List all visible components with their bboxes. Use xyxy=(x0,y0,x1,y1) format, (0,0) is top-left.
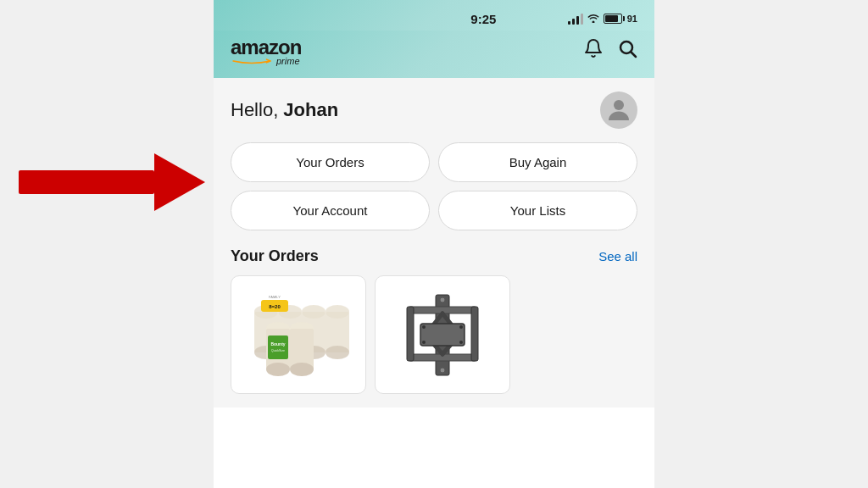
svg-rect-17 xyxy=(268,336,288,359)
arrow-head xyxy=(154,153,205,211)
svg-point-41 xyxy=(440,297,445,302)
status-bar: 9:25 xyxy=(214,0,654,30)
svg-rect-30 xyxy=(407,307,414,361)
battery-level: 91 xyxy=(627,14,637,24)
svg-rect-36 xyxy=(420,324,465,346)
greeting-text: Hello, Johan xyxy=(231,99,338,121)
avatar-icon xyxy=(604,95,634,125)
orders-grid: Bounty QuickSize 8=20 FAMILY xyxy=(231,275,637,394)
hello-label: Hello, xyxy=(231,99,283,120)
header-icons xyxy=(583,38,637,64)
svg-text:Bounty: Bounty xyxy=(270,341,285,347)
status-icons: 91 xyxy=(568,12,637,25)
svg-point-39 xyxy=(422,341,426,344)
amazon-logo: amazon prime xyxy=(231,36,301,66)
battery-icon: 91 xyxy=(604,14,637,24)
svg-point-42 xyxy=(440,368,445,373)
app-header: amazon prime xyxy=(214,30,654,78)
bounty-product-image: Bounty QuickSize 8=20 FAMILY xyxy=(248,288,349,381)
phone-frame: 9:25 xyxy=(214,0,654,488)
orders-header: Your Orders See all xyxy=(231,247,637,265)
search-icon[interactable] xyxy=(617,38,637,64)
svg-point-2 xyxy=(614,100,624,110)
annotation-arrow xyxy=(19,157,205,208)
buy-again-button[interactable]: Buy Again xyxy=(438,142,637,182)
see-all-link[interactable]: See all xyxy=(598,249,637,263)
tv-mount-product-image xyxy=(392,288,493,381)
prime-label: prime xyxy=(276,56,300,66)
orders-section-title: Your Orders xyxy=(231,247,319,265)
avatar[interactable] xyxy=(600,92,637,129)
order-card-tv-mount[interactable] xyxy=(375,275,510,394)
order-card-bounty[interactable]: Bounty QuickSize 8=20 FAMILY xyxy=(231,275,366,394)
status-time: 9:25 xyxy=(399,12,568,26)
your-account-button[interactable]: Your Account xyxy=(231,191,430,230)
svg-point-14 xyxy=(326,346,349,359)
svg-text:8=20: 8=20 xyxy=(269,304,281,309)
svg-line-1 xyxy=(632,53,637,58)
your-lists-button[interactable]: Your Lists xyxy=(438,191,637,230)
wifi-icon xyxy=(587,12,600,25)
svg-text:QuickSize: QuickSize xyxy=(271,349,285,352)
svg-point-20 xyxy=(266,363,290,376)
amazon-smile-arrow xyxy=(231,57,273,65)
svg-point-23 xyxy=(290,363,314,376)
svg-point-40 xyxy=(459,341,463,344)
user-name: Johan xyxy=(283,99,338,120)
greeting-row: Hello, Johan xyxy=(231,92,637,129)
main-content: Hello, Johan Your Orders Buy Again xyxy=(214,78,654,408)
svg-rect-31 xyxy=(471,307,478,361)
red-arrow-graphic xyxy=(19,157,205,208)
notification-icon[interactable] xyxy=(583,38,604,64)
orders-section: Your Orders See all xyxy=(231,247,637,394)
your-orders-button[interactable]: Your Orders xyxy=(231,142,430,182)
arrow-shaft xyxy=(19,170,154,194)
svg-text:FAMILY: FAMILY xyxy=(269,295,281,299)
quick-actions-grid: Your Orders Buy Again Your Account Your … xyxy=(231,142,637,230)
svg-point-37 xyxy=(422,325,426,329)
signal-icon xyxy=(568,13,583,25)
svg-point-38 xyxy=(459,325,463,329)
